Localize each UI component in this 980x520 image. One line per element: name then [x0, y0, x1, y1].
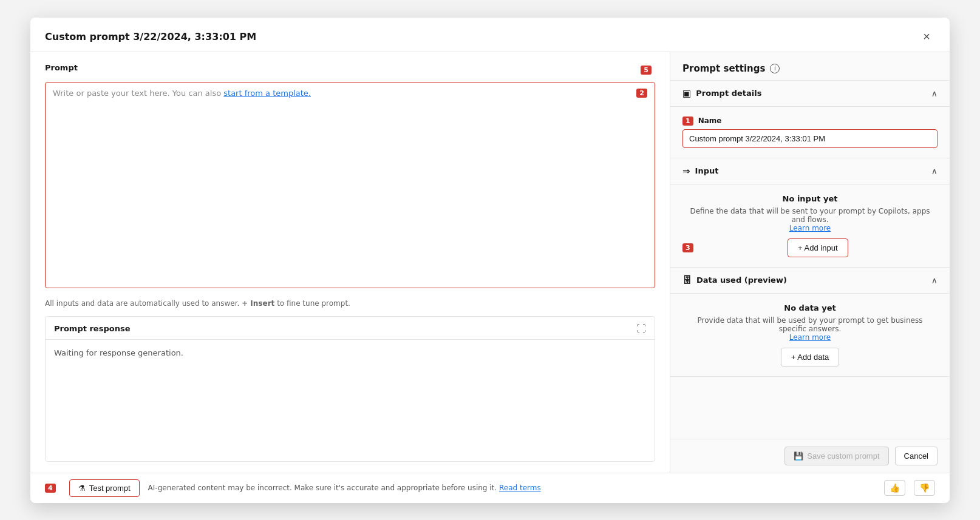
- badge-2: 2: [636, 89, 647, 98]
- test-prompt-button[interactable]: ⚗ Test prompt: [69, 479, 140, 497]
- no-input-title: No input yet: [682, 194, 937, 203]
- input-icon: ⇒: [682, 166, 690, 177]
- data-used-section: 🗄 Data used (preview) ∧ No data yet Prov…: [670, 268, 950, 377]
- prompt-placeholder-row: Write or paste your text here. You can a…: [53, 89, 647, 98]
- name-input[interactable]: [682, 129, 937, 148]
- data-used-body: No data yet Provide data that will be us…: [670, 294, 950, 377]
- prompt-section-label: Prompt: [45, 63, 78, 72]
- left-panel: Prompt 5 + Insert Write or paste your te…: [30, 52, 670, 473]
- info-text-insert: + Insert: [242, 299, 274, 308]
- prompt-response-section: Prompt response ⛶ Waiting for response g…: [45, 316, 655, 462]
- custom-prompt-dialog: Custom prompt 3/22/2024, 3:33:01 PM × Pr…: [30, 18, 950, 503]
- info-text: All inputs and data are automatically us…: [45, 293, 655, 308]
- add-data-button[interactable]: + Add data: [781, 348, 840, 366]
- input-section-body: No input yet Define the data that will b…: [670, 184, 950, 268]
- response-waiting-text: Waiting for response generation.: [54, 348, 183, 357]
- prompt-text-area[interactable]: Write or paste your text here. You can a…: [45, 82, 655, 288]
- dialog-header: Custom prompt 3/22/2024, 3:33:01 PM ×: [30, 18, 950, 52]
- no-input-desc: Define the data that will be sent to you…: [682, 207, 937, 232]
- dialog-body: Prompt 5 + Insert Write or paste your te…: [30, 52, 950, 473]
- expand-icon[interactable]: ⛶: [636, 323, 646, 334]
- insert-btn-row: 5 + Insert: [641, 66, 655, 75]
- badge-1: 1: [682, 116, 693, 126]
- thumbs-down-button[interactable]: 👎: [914, 480, 935, 496]
- save-icon: 💾: [794, 451, 803, 461]
- dialog-title: Custom prompt 3/22/2024, 3:33:01 PM: [45, 31, 256, 42]
- add-data-btn-container: + Add data: [682, 348, 937, 366]
- right-spacer: [670, 377, 950, 439]
- right-footer: 💾 Save custom prompt Cancel: [670, 439, 950, 473]
- right-panel-header: Prompt settings i: [670, 52, 950, 81]
- prompt-placeholder: Write or paste your text here. You can a…: [53, 89, 631, 98]
- data-used-icon: 🗄: [682, 275, 692, 286]
- input-section: ⇒ Input ∧ No input yet Define the data t…: [670, 158, 950, 268]
- name-field-label: 1 Name: [682, 116, 937, 126]
- learn-more-1-link[interactable]: Learn more: [789, 224, 831, 232]
- data-used-chevron-icon: ∧: [931, 275, 937, 285]
- no-data-desc: Provide data that will be used by your p…: [682, 316, 937, 342]
- learn-more-2-link[interactable]: Learn more: [789, 333, 831, 342]
- data-section-label: Data used (preview): [696, 275, 787, 285]
- badge-5: 5: [641, 66, 652, 75]
- no-data-desc-text: Provide data that will be used by your p…: [698, 316, 923, 333]
- data-used-header[interactable]: 🗄 Data used (preview) ∧: [670, 268, 950, 294]
- flask-icon: ⚗: [78, 484, 86, 493]
- test-prompt-label: Test prompt: [89, 484, 131, 493]
- badge-4: 4: [45, 484, 56, 493]
- footer-notice-text: AI-generated content may be incorrect. M…: [148, 484, 497, 492]
- footer-notice: AI-generated content may be incorrect. M…: [148, 484, 876, 492]
- prompt-top-controls: Prompt 5 + Insert: [45, 63, 655, 77]
- info-text-suffix: to fine tune prompt.: [277, 299, 350, 308]
- thumbs-up-button[interactable]: 👍: [884, 480, 905, 496]
- prompt-details-body: 1 Name: [670, 107, 950, 158]
- prompt-details-chevron-icon: ∧: [931, 89, 937, 98]
- response-header: Prompt response ⛶: [46, 317, 655, 340]
- close-button[interactable]: ×: [918, 29, 935, 46]
- no-data-title: No data yet: [682, 303, 937, 312]
- add-input-button[interactable]: + Add input: [788, 238, 848, 257]
- right-panel: Prompt settings i ▣ Prompt details ∧ 1 N…: [670, 52, 950, 473]
- prompt-details-header[interactable]: ▣ Prompt details ∧: [670, 81, 950, 107]
- right-panel-title: Prompt settings: [682, 63, 765, 74]
- info-circle-icon: i: [770, 64, 780, 73]
- response-label: Prompt response: [54, 324, 130, 333]
- input-section-title: ⇒ Input: [682, 166, 718, 177]
- save-custom-prompt-button[interactable]: 💾 Save custom prompt: [784, 447, 888, 465]
- input-chevron-icon: ∧: [931, 166, 937, 176]
- save-button-label: Save custom prompt: [807, 451, 879, 461]
- name-label-text: Name: [698, 116, 722, 125]
- response-body: Waiting for response generation.: [46, 340, 655, 461]
- cancel-button[interactable]: Cancel: [895, 447, 937, 465]
- badge-3: 3: [682, 243, 693, 252]
- read-terms-link[interactable]: Read terms: [499, 484, 541, 492]
- template-link[interactable]: start from a template.: [223, 89, 311, 98]
- prompt-details-section: ▣ Prompt details ∧ 1 Name: [670, 81, 950, 158]
- prompt-details-icon: ▣: [682, 88, 691, 99]
- dialog-footer: 4 ⚗ Test prompt AI-generated content may…: [30, 473, 950, 503]
- prompt-details-title: ▣ Prompt details: [682, 88, 761, 99]
- input-label-text: Input: [695, 166, 719, 175]
- prompt-placeholder-text: Write or paste your text here. You can a…: [53, 89, 223, 98]
- prompt-details-label: Prompt details: [696, 89, 761, 98]
- input-section-header[interactable]: ⇒ Input ∧: [670, 158, 950, 184]
- no-input-desc-text: Define the data that will be sent to you…: [690, 207, 930, 224]
- add-input-btn-container: 3 + Add input: [682, 238, 937, 257]
- info-text-main: All inputs and data are automatically us…: [45, 299, 239, 308]
- data-used-title: 🗄 Data used (preview): [682, 275, 787, 286]
